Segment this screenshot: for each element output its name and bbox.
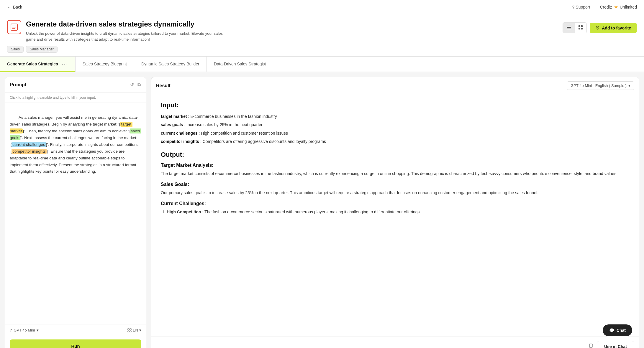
back-arrow-icon: ← bbox=[7, 5, 11, 9]
copy-icon: ⧉ bbox=[137, 82, 141, 87]
header-content: Generate data-driven sales strategies dy… bbox=[26, 20, 558, 42]
result-footer: Use in Chat bbox=[151, 337, 639, 348]
input-value-competitor-insights: Competitors are offering aggressive disc… bbox=[203, 139, 326, 144]
challenge-text-1: : The fashion e-commerce sector is satur… bbox=[202, 210, 421, 214]
svg-rect-11 bbox=[128, 329, 129, 330]
prompt-hint: Click to a highlight variable and type t… bbox=[5, 93, 146, 103]
copy-prompt-button[interactable]: ⧉ bbox=[137, 81, 141, 88]
lang-label: EN bbox=[133, 328, 138, 332]
model-chevron-icon: ▾ bbox=[37, 328, 39, 332]
prompt-text-2: ]'. Then, identify the specific sales go… bbox=[23, 129, 130, 133]
divider bbox=[595, 4, 595, 11]
refresh-icon: ↺ bbox=[130, 82, 134, 87]
credit-badge: Credit: ★ Unlimited bbox=[600, 4, 637, 10]
output-section-title: Output: bbox=[161, 151, 630, 159]
svg-rect-7 bbox=[579, 25, 580, 27]
svg-rect-12 bbox=[130, 329, 131, 330]
use-in-chat-button[interactable]: Use in Chat bbox=[597, 341, 634, 348]
prompt-panel: Prompt ↺ ⧉ Click to a highlight variable… bbox=[5, 77, 146, 348]
model-label: GPT 4o Mini bbox=[14, 328, 35, 332]
add-favorite-button[interactable]: ♡ Add to favorite bbox=[590, 23, 637, 33]
copy-result-icon bbox=[589, 343, 594, 348]
run-button[interactable]: Run bbox=[10, 339, 141, 348]
input-section-title: Input: bbox=[161, 101, 630, 109]
refresh-button[interactable]: ↺ bbox=[130, 81, 135, 88]
target-market-subtitle: Target Market Analysis: bbox=[161, 163, 630, 168]
input-label-sales-goals: sales goals bbox=[161, 122, 183, 127]
back-button[interactable]: ← Back bbox=[7, 5, 22, 9]
result-model-badge[interactable]: GPT 4o Mini - English ( Sample ) ▾ bbox=[567, 81, 634, 90]
target-market-para: The target market consists of e-commerce… bbox=[161, 170, 630, 177]
copy-result-button[interactable] bbox=[589, 343, 594, 348]
language-selector[interactable]: EN ▾ bbox=[127, 328, 141, 332]
result-model-chevron-icon: ▾ bbox=[628, 83, 630, 88]
input-label-current-challenges: current challenges bbox=[161, 131, 198, 136]
grid-view-button[interactable] bbox=[575, 23, 586, 33]
tab-data-driven-sales-strategist[interactable]: Data-Driven Sales Strategist bbox=[207, 57, 273, 72]
prompt-panel-actions: ↺ ⧉ bbox=[130, 81, 141, 88]
svg-rect-9 bbox=[579, 28, 580, 29]
top-bar: ← Back ? Support Credit: ★ Unlimited bbox=[0, 0, 644, 14]
prompt-body: As a sales manager, you will assist me i… bbox=[5, 103, 146, 324]
input-row-target-market: target market : E-commerce businesses in… bbox=[161, 113, 630, 120]
add-favorite-label: Add to favorite bbox=[602, 26, 631, 30]
lang-chevron-icon: ▾ bbox=[139, 328, 141, 332]
prompt-text[interactable]: As a sales manager, you will assist me i… bbox=[10, 108, 141, 182]
top-right-actions: ? Support Credit: ★ Unlimited bbox=[572, 4, 637, 11]
result-panel: Result GPT 4o Mini - English ( Sample ) … bbox=[151, 77, 639, 348]
sales-goals-title: Sales Goals: bbox=[161, 182, 630, 187]
page-title: Generate data-driven sales strategies dy… bbox=[26, 20, 558, 28]
input-row-sales-goals: sales goals : Increase sales by 25% in t… bbox=[161, 121, 630, 128]
tab-sales-strategy-blueprint[interactable]: Sales Strategy Blueprint bbox=[76, 57, 134, 72]
tag-sales-manager[interactable]: Sales Manager bbox=[26, 46, 58, 53]
list-view-button[interactable] bbox=[563, 23, 575, 33]
tab-label-3: Dynamic Sales Strategy Builder bbox=[141, 62, 199, 66]
svg-rect-16 bbox=[589, 344, 592, 347]
result-panel-title: Result bbox=[156, 83, 171, 88]
tag-sales[interactable]: Sales bbox=[7, 46, 24, 53]
prompt-text-1: As a sales manager, you will assist me i… bbox=[10, 115, 138, 126]
variable-current-challenges[interactable]: current challenges bbox=[12, 142, 46, 147]
prompt-icon bbox=[7, 20, 21, 34]
star-icon: ★ bbox=[614, 4, 618, 10]
back-label: Back bbox=[13, 5, 22, 9]
chat-fab-icon: 💬 bbox=[609, 328, 614, 333]
current-challenges-list: High Competition : The fashion e-commerc… bbox=[161, 209, 630, 215]
tags-row: Sales Sales Manager bbox=[7, 46, 637, 56]
tab-label-1: Generate Sales Strategies bbox=[7, 62, 58, 66]
model-selector[interactable]: ? GPT 4o Mini ▾ bbox=[10, 328, 39, 332]
svg-rect-14 bbox=[130, 331, 131, 332]
grid-icon bbox=[127, 328, 132, 332]
input-colon-2: : bbox=[184, 122, 186, 127]
page-header: Generate data-driven sales strategies dy… bbox=[0, 14, 644, 57]
tab-generate-sales-strategies[interactable]: Generate Sales Strategies ⋯ bbox=[0, 57, 76, 72]
chat-fab-button[interactable]: 💬 Chat bbox=[603, 324, 632, 336]
header-top: Generate data-driven sales strategies dy… bbox=[7, 20, 637, 42]
credit-label: Credit: bbox=[600, 5, 612, 9]
input-row-competitor-insights: competitor insights : Competitors are of… bbox=[161, 138, 630, 145]
support-label: Support bbox=[576, 5, 590, 9]
credit-value: Unlimited bbox=[620, 5, 637, 9]
svg-rect-8 bbox=[581, 25, 583, 27]
view-toggle bbox=[563, 22, 587, 33]
input-row-current-challenges: current challenges : High competition an… bbox=[161, 130, 630, 136]
input-value-target-market: E-commerce businesses in the fashion ind… bbox=[190, 114, 277, 119]
prompt-panel-header: Prompt ↺ ⧉ bbox=[5, 77, 146, 93]
tab-dynamic-sales-strategy-builder[interactable]: Dynamic Sales Strategy Builder bbox=[134, 57, 207, 72]
svg-rect-5 bbox=[567, 27, 571, 28]
variable-competitor-insights[interactable]: competitor insights bbox=[12, 149, 47, 154]
challenge-bold-1: High Competition bbox=[167, 210, 201, 214]
input-label-target-market: target market bbox=[161, 114, 187, 119]
result-model-label: GPT 4o Mini - English ( Sample ) bbox=[571, 83, 627, 88]
input-colon-4: : bbox=[200, 139, 203, 144]
prompt-panel-title: Prompt bbox=[10, 82, 26, 88]
input-value-current-challenges: High competition and customer retention … bbox=[201, 131, 288, 136]
tab-label-2: Sales Strategy Blueprint bbox=[83, 62, 127, 66]
page-description: Unlock the power of data-driven insights… bbox=[26, 31, 232, 42]
sales-goals-para: Our primary sales goal is to increase sa… bbox=[161, 189, 630, 196]
support-link[interactable]: ? Support bbox=[572, 5, 590, 9]
prompt-footer: ? GPT 4o Mini ▾ EN ▾ bbox=[5, 324, 146, 336]
tabs-bar: Generate Sales Strategies ⋯ Sales Strate… bbox=[0, 57, 644, 72]
chat-fab-label: Chat bbox=[617, 328, 626, 333]
tab-more-button[interactable]: ⋯ bbox=[60, 61, 68, 67]
